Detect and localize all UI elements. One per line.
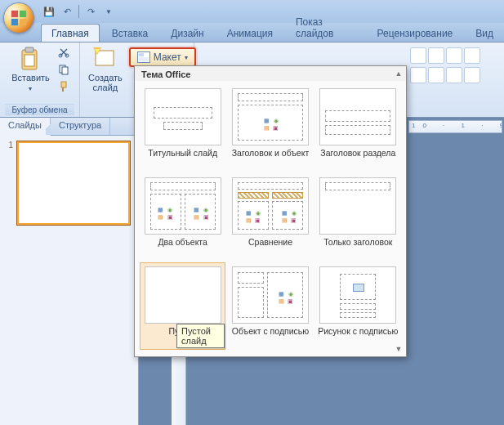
tab-insert[interactable]: Вставка — [101, 24, 159, 42]
layout-thumb: ▦◉▤▣ ▦◉▤▣ — [145, 177, 221, 235]
paste-icon — [18, 47, 42, 71]
layout-button[interactable]: Макет ▾ — [129, 47, 196, 67]
layout-item-comparison[interactable]: ▦◉▤▣ ▦◉▤▣ Сравнение — [227, 173, 313, 261]
layout-label: Заголовок раздела — [320, 148, 395, 168]
svg-rect-12 — [96, 51, 114, 65]
layout-thumb — [319, 177, 396, 235]
layout-item-title-only[interactable]: Только заголовок — [315, 173, 401, 261]
svg-rect-11 — [61, 82, 66, 87]
horizontal-ruler: 10 · 1 · 9 · 1 · 8 · 1 · 7 — [408, 120, 502, 133]
bullets-button[interactable] — [410, 47, 426, 64]
layout-thumb — [319, 88, 396, 145]
scissors-icon — [58, 47, 69, 58]
tab-home[interactable]: Главная — [41, 24, 100, 42]
layout-thumb — [319, 266, 396, 324]
layout-item-picture-caption[interactable]: Рисунок с подписью — [315, 262, 401, 350]
layout-label: Сравнение — [248, 237, 292, 257]
layout-item-title-slide[interactable]: Титульный слайд — [140, 84, 225, 172]
layout-item-section-header[interactable]: Заголовок раздела — [315, 84, 401, 172]
side-tab-slides[interactable]: Слайды — [0, 118, 51, 136]
copy-icon — [58, 64, 69, 75]
slide-thumbnails: 1 — [0, 136, 138, 425]
ribbon-tabs: Главная Вставка Дизайн Анимация Показ сл… — [0, 23, 504, 42]
quick-access-toolbar: 💾 ↶ ↷ ▼ — [42, 5, 115, 18]
layout-label: Заголовок и объект — [232, 148, 310, 168]
slides-panel: Слайды Структура 1 — [0, 118, 139, 425]
new-slide-button[interactable]: Создать слайд — [85, 45, 126, 94]
office-logo-icon — [10, 9, 28, 27]
indent-inc-button[interactable] — [464, 47, 480, 64]
layout-thumb — [145, 88, 221, 145]
layout-thumb: ▦◉▤▣ — [232, 266, 309, 324]
gallery-scroll-down-icon[interactable]: ▼ — [395, 345, 403, 353]
align-center-button[interactable] — [428, 67, 444, 83]
svg-rect-2 — [11, 19, 18, 25]
paste-button[interactable]: Вставить▾ — [8, 45, 53, 94]
undo-icon[interactable]: ↶ — [60, 5, 74, 18]
svg-rect-0 — [11, 11, 18, 17]
layout-thumb: ▦◉▤▣ ▦◉▤▣ — [232, 177, 309, 235]
cut-button[interactable] — [56, 45, 71, 60]
tab-design[interactable]: Дизайн — [160, 24, 214, 42]
tab-view[interactable]: Вид — [465, 24, 504, 42]
gallery-section-title: Тема Office — [135, 66, 406, 81]
side-tab-bar: Слайды Структура — [0, 118, 138, 136]
indent-dec-button[interactable] — [446, 47, 462, 64]
picture-icon — [353, 284, 364, 292]
layout-item-two-content[interactable]: ▦◉▤▣ ▦◉▤▣ Два объекта — [140, 173, 225, 261]
ribbon-right-partial — [407, 42, 504, 118]
layout-thumb: ▦◉▤▣ — [232, 88, 309, 145]
numbering-button[interactable] — [428, 47, 444, 64]
tab-review[interactable]: Рецензирование — [367, 24, 464, 42]
gallery-scroll-up-icon[interactable]: ▲ — [395, 69, 403, 78]
layout-thumb — [145, 266, 221, 324]
group-label-clipboard: Буфер обмена — [5, 104, 74, 115]
qat-customize-icon[interactable]: ▼ — [102, 5, 115, 18]
group-clipboard: Вставить▾ Буфер обмена — [0, 42, 80, 117]
new-slide-label: Создать слайд — [88, 73, 123, 92]
layout-label: Объект с подписью — [232, 326, 309, 346]
svg-rect-3 — [20, 19, 26, 25]
paste-label: Вставить▾ — [11, 73, 50, 92]
tab-animation[interactable]: Анимация — [216, 24, 283, 42]
layout-label: Только заголовок — [323, 237, 392, 257]
layout-item-content-caption[interactable]: ▦◉▤▣ Объект с подписью — [227, 262, 313, 350]
layout-label: Макет — [154, 51, 181, 63]
svg-rect-1 — [20, 11, 26, 17]
align-justify-button[interactable] — [464, 67, 480, 83]
layout-label: Два объекта — [158, 237, 207, 257]
svg-rect-6 — [25, 55, 34, 66]
save-icon[interactable]: 💾 — [42, 5, 56, 18]
layout-tooltip: Пустой слайд — [176, 324, 225, 348]
brush-icon — [58, 81, 69, 92]
new-slide-icon — [93, 47, 118, 71]
format-painter-button[interactable] — [56, 79, 71, 94]
svg-rect-10 — [62, 67, 68, 74]
redo-icon[interactable]: ↷ — [84, 5, 97, 18]
align-right-button[interactable] — [446, 67, 462, 83]
chevron-down-icon: ▾ — [185, 54, 188, 61]
layout-label: Титульный слайд — [148, 148, 217, 168]
align-left-button[interactable] — [410, 67, 426, 83]
copy-button[interactable] — [56, 62, 71, 77]
layout-icon — [137, 51, 150, 63]
layout-item-blank[interactable]: Пустой Пустой слайд — [140, 262, 225, 350]
svg-rect-5 — [25, 47, 33, 52]
thumb-number: 1 — [5, 141, 13, 226]
layout-label: Рисунок с подписью — [318, 326, 398, 346]
layout-gallery: Тема Office ▲ ▼ Титульный слайд ▦◉▤▣ Заг… — [134, 65, 407, 357]
qat-separator — [78, 5, 79, 18]
tab-slideshow[interactable]: Показ слайдов — [285, 12, 365, 42]
layout-item-title-content[interactable]: ▦◉▤▣ Заголовок и объект — [227, 84, 313, 172]
title-bar: 💾 ↶ ↷ ▼ — [0, 0, 504, 23]
office-button[interactable] — [3, 2, 34, 34]
slide-thumbnail-1[interactable] — [16, 141, 131, 226]
side-tab-outline[interactable]: Структура — [51, 118, 110, 135]
